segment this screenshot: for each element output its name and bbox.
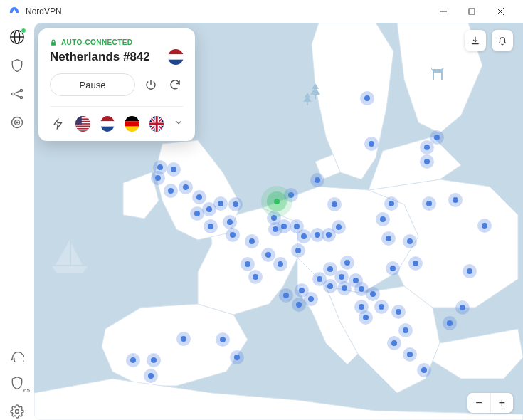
- server-dot[interactable]: [301, 233, 307, 239]
- server-dot[interactable]: [407, 352, 413, 357]
- sidebar-item-support-chat[interactable]: [9, 346, 26, 363]
- server-dot[interactable]: [391, 340, 397, 346]
- quick-flag-de[interactable]: [125, 116, 139, 132]
- server-dot[interactable]: [157, 164, 163, 170]
- maximize-button[interactable]: [458, 0, 486, 23]
- server-dot[interactable]: [317, 276, 322, 282]
- server-dot[interactable]: [194, 211, 200, 216]
- sidebar-item-darkweb-monitor[interactable]: [9, 114, 26, 131]
- server-dot[interactable]: [281, 224, 287, 229]
- server-dot[interactable]: [299, 288, 305, 293]
- server-dot[interactable]: [390, 266, 396, 271]
- power-button[interactable]: [142, 76, 159, 93]
- sidebar-item-settings[interactable]: [9, 403, 26, 420]
- server-dot[interactable]: [327, 266, 333, 272]
- server-dot[interactable]: [220, 337, 226, 342]
- sidebar-item-threat-protection[interactable]: [9, 57, 26, 74]
- minimize-button[interactable]: [429, 0, 458, 23]
- server-dot[interactable]: [151, 357, 157, 363]
- server-dot[interactable]: [315, 177, 320, 183]
- server-dot[interactable]: [326, 232, 332, 238]
- server-dot[interactable]: [379, 304, 384, 310]
- server-dot[interactable]: [327, 283, 333, 289]
- server-dot[interactable]: [386, 236, 391, 241]
- server-dot[interactable]: [181, 336, 186, 342]
- server-dot[interactable]: [196, 194, 202, 200]
- server-dot[interactable]: [296, 302, 302, 308]
- server-dot[interactable]: [295, 248, 301, 253]
- map-view[interactable]: − + AUTO-CONNECTED Netherlands #842 Paus…: [34, 23, 523, 420]
- server-dot[interactable]: [294, 224, 300, 229]
- sidebar-item-statistics[interactable]: 65: [9, 374, 26, 392]
- sidebar-item-meshnet[interactable]: [9, 85, 26, 103]
- server-dot[interactable]: [218, 201, 223, 206]
- server-dot[interactable]: [148, 373, 154, 379]
- pause-button[interactable]: Pause: [50, 73, 135, 96]
- server-dot[interactable]: [336, 224, 342, 230]
- server-dot[interactable]: [168, 188, 174, 194]
- zoom-in-button[interactable]: +: [490, 393, 513, 413]
- server-dot[interactable]: [278, 261, 283, 267]
- svg-point-7: [12, 93, 14, 95]
- server-dot[interactable]: [359, 304, 364, 310]
- server-dot[interactable]: [421, 367, 427, 373]
- server-dot[interactable]: [447, 320, 453, 326]
- svg-rect-23: [75, 125, 90, 126]
- server-dot[interactable]: [413, 261, 418, 266]
- server-dot[interactable]: [249, 238, 255, 244]
- server-dot[interactable]: [434, 135, 440, 140]
- downloads-button[interactable]: [465, 30, 486, 51]
- server-dot[interactable]: [426, 201, 432, 206]
- server-dot[interactable]: [396, 309, 401, 315]
- svg-line-11: [14, 95, 20, 97]
- server-dot[interactable]: [453, 197, 458, 203]
- quick-flag-uk[interactable]: [149, 116, 164, 132]
- server-dot[interactable]: [369, 141, 374, 147]
- server-dot[interactable]: [339, 274, 344, 280]
- server-dot[interactable]: [206, 206, 212, 212]
- server-dot[interactable]: [363, 315, 369, 320]
- server-dot[interactable]: [265, 252, 271, 258]
- svg-rect-27: [100, 116, 115, 121]
- status-label: AUTO-CONNECTED: [61, 38, 132, 46]
- notifications-button[interactable]: [492, 30, 513, 51]
- server-dot[interactable]: [130, 357, 136, 363]
- server-dot[interactable]: [227, 219, 233, 225]
- server-dot-connected[interactable]: [274, 199, 280, 204]
- server-dot[interactable]: [482, 223, 487, 229]
- server-dot[interactable]: [234, 355, 240, 360]
- quick-connect-icon[interactable]: [50, 115, 65, 132]
- expand-quick-connect[interactable]: [174, 117, 184, 130]
- server-dot[interactable]: [359, 286, 364, 292]
- server-dot[interactable]: [467, 268, 472, 274]
- server-dot[interactable]: [370, 291, 376, 297]
- zoom-out-button[interactable]: −: [467, 393, 490, 413]
- server-dot[interactable]: [389, 201, 394, 206]
- server-dot[interactable]: [403, 327, 408, 333]
- server-dot[interactable]: [208, 224, 213, 229]
- server-dot[interactable]: [344, 260, 350, 266]
- server-dot[interactable]: [424, 159, 430, 164]
- quick-flag-us[interactable]: [75, 116, 90, 132]
- server-dot[interactable]: [380, 216, 386, 222]
- server-dot[interactable]: [332, 201, 337, 207]
- server-dot[interactable]: [245, 261, 250, 267]
- server-dot[interactable]: [155, 175, 161, 181]
- close-button[interactable]: [486, 0, 514, 23]
- server-dot[interactable]: [364, 95, 370, 101]
- server-dot[interactable]: [171, 167, 176, 172]
- server-dot[interactable]: [308, 296, 314, 302]
- server-dot[interactable]: [460, 305, 465, 310]
- server-dot[interactable]: [315, 232, 320, 238]
- sidebar-item-map[interactable]: [9, 28, 26, 46]
- server-dot[interactable]: [283, 293, 289, 298]
- server-dot[interactable]: [424, 145, 430, 150]
- server-dot[interactable]: [253, 274, 258, 280]
- server-dot[interactable]: [230, 232, 236, 238]
- server-dot[interactable]: [407, 238, 413, 244]
- reconnect-button[interactable]: [167, 76, 184, 93]
- server-dot[interactable]: [183, 184, 189, 190]
- quick-flag-nl[interactable]: [100, 116, 115, 132]
- server-dot[interactable]: [233, 201, 238, 207]
- server-dot[interactable]: [342, 285, 347, 291]
